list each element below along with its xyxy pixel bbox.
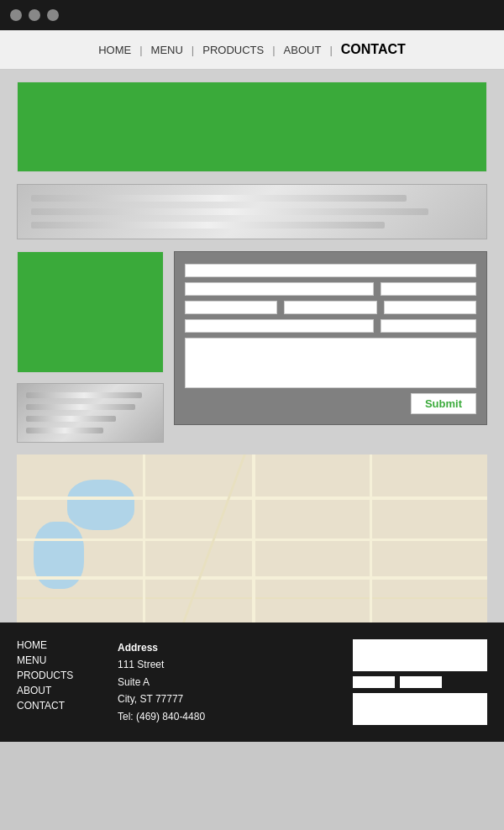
form-field-name[interactable] <box>185 264 476 277</box>
submit-button[interactable]: Submit <box>411 393 476 414</box>
footer-nav: HOME MENU PRODUCTS ABOUT CONTACT <box>17 639 118 725</box>
map-background <box>17 454 487 622</box>
footer-address-line-1: 111 Street <box>118 656 353 673</box>
footer-address-line-3: City, ST 77777 <box>118 691 353 707</box>
footer-nav-products[interactable]: PRODUCTS <box>17 670 118 681</box>
two-col-section: Submit <box>17 251 487 443</box>
navbar: HOME | MENU | PRODUCTS | ABOUT | CONTACT <box>0 30 504 70</box>
footer: HOME MENU PRODUCTS ABOUT CONTACT Address… <box>0 622 504 742</box>
footer-nav-home[interactable]: HOME <box>17 639 118 651</box>
map-road-v3 <box>370 454 372 622</box>
titlebar-btn-1[interactable] <box>10 9 22 21</box>
titlebar-btn-2[interactable] <box>29 9 40 21</box>
contact-form: Submit <box>174 251 487 425</box>
footer-nav-about[interactable]: ABOUT <box>17 685 118 696</box>
form-field-zip[interactable] <box>384 301 476 314</box>
form-field-subject[interactable] <box>185 319 374 333</box>
footer-field-2b[interactable] <box>400 676 442 688</box>
footer-field-row-2 <box>353 676 487 688</box>
right-column: Submit <box>174 251 487 443</box>
form-row-2 <box>185 282 476 296</box>
form-row-4 <box>185 319 476 333</box>
placeholder-line-3 <box>31 222 385 229</box>
small-line-1 <box>26 392 142 398</box>
footer-field-1[interactable] <box>353 639 487 671</box>
hero-image <box>17 81 487 172</box>
small-text-block <box>17 383 164 443</box>
small-line-4 <box>26 428 103 433</box>
nav-contact[interactable]: CONTACT <box>333 42 414 57</box>
form-field-extra[interactable] <box>381 319 476 333</box>
footer-field-2a[interactable] <box>353 676 395 688</box>
small-line-2 <box>26 404 135 410</box>
left-image <box>17 251 164 373</box>
footer-nav-contact[interactable]: CONTACT <box>17 700 118 712</box>
titlebar-btn-3[interactable] <box>47 9 59 21</box>
footer-field-3[interactable] <box>353 693 487 725</box>
form-row-1 <box>185 264 476 277</box>
footer-address-title: Address <box>118 639 353 656</box>
map-road-v2 <box>252 454 255 622</box>
form-row-3 <box>185 301 476 314</box>
footer-address-line-2: Suite A <box>118 674 353 691</box>
nav-menu[interactable]: MENU <box>143 44 192 56</box>
text-block <box>17 184 487 239</box>
nav-home[interactable]: HOME <box>90 44 139 56</box>
placeholder-line-1 <box>31 195 407 202</box>
form-field-state[interactable] <box>284 301 376 314</box>
left-column <box>17 251 164 443</box>
nav-about[interactable]: ABOUT <box>276 44 330 56</box>
form-field-phone[interactable] <box>381 282 476 296</box>
form-field-city[interactable] <box>185 301 277 314</box>
footer-address-line-4: Tel: (469) 840-4480 <box>118 708 353 725</box>
form-field-email[interactable] <box>185 282 374 296</box>
footer-right-fields <box>353 639 487 725</box>
map-section <box>17 454 487 622</box>
submit-row: Submit <box>185 393 476 414</box>
placeholder-line-2 <box>31 208 428 215</box>
footer-nav-menu[interactable]: MENU <box>17 654 118 666</box>
form-textarea-message[interactable] <box>185 338 476 388</box>
titlebar <box>0 0 504 30</box>
footer-address: Address 111 Street Suite A City, ST 7777… <box>118 639 353 725</box>
main-content: Submit <box>0 70 504 622</box>
nav-products[interactable]: PRODUCTS <box>194 44 272 56</box>
small-line-3 <box>26 416 116 422</box>
